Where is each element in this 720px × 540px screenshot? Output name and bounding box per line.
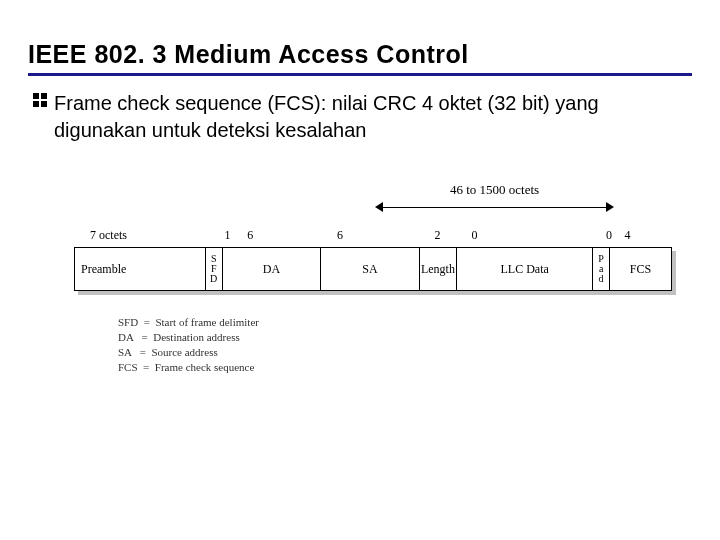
field-sa: SA <box>321 247 419 291</box>
svg-rect-3 <box>41 101 47 107</box>
field-fcs: FCS <box>610 247 672 291</box>
field-preamble: Preamble <box>74 247 206 291</box>
legend-da: DA = Destination address <box>118 330 672 345</box>
field-pad: P a d <box>593 247 610 291</box>
legend: SFD = Start of frame delimiter DA = Dest… <box>118 315 672 374</box>
len-octets: 2 <box>434 228 471 243</box>
svg-rect-1 <box>41 93 47 99</box>
fcs-octets: 4 <box>625 228 672 243</box>
slide-title: IEEE 802. 3 Medium Access Control <box>28 40 692 76</box>
svg-rect-0 <box>33 93 39 99</box>
frame-diagram: 46 to 1500 octets 7 octets 1 6 6 2 0 0 4… <box>28 182 692 374</box>
octet-labels: 7 octets 1 6 6 2 0 0 4 <box>90 228 672 243</box>
pad-octets: 0 <box>606 228 625 243</box>
sfd-octets: 1 <box>224 228 241 243</box>
bullet-icon <box>32 92 48 112</box>
sa-octets: 6 <box>337 228 434 243</box>
field-llc: LLC Data <box>457 247 593 291</box>
legend-sa: SA = Source address <box>118 345 672 360</box>
legend-fcs: FCS = Frame check sequence <box>118 360 672 375</box>
field-len: Length <box>420 247 458 291</box>
svg-rect-2 <box>33 101 39 107</box>
da-octets: 6 <box>241 228 337 243</box>
legend-sfd: SFD = Start of frame delimiter <box>118 315 672 330</box>
llc-range-label: 46 to 1500 octets <box>377 182 612 214</box>
frame-fields: Preamble S F D DA SA Length LLC Data P a… <box>74 247 672 291</box>
preamble-octets: 7 octets <box>90 228 224 243</box>
field-sfd: S F D <box>206 247 223 291</box>
bullet-item: Frame check sequence (FCS): nilai CRC 4 … <box>28 90 692 144</box>
bullet-text: Frame check sequence (FCS): nilai CRC 4 … <box>54 90 692 144</box>
llc-octets: 0 <box>472 228 606 243</box>
field-da: DA <box>223 247 321 291</box>
